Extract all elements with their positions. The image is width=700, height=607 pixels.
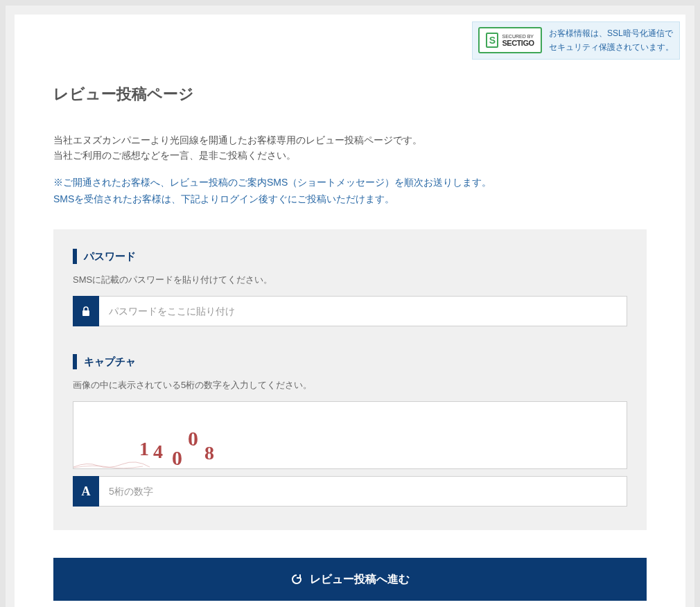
sectigo-text: SECURED BY SECTIGO [502, 34, 534, 48]
intro-line1: 当社エヌズカンパニーより光回線を開通したお客様専用のレビュー投稿ページです。 [53, 134, 422, 146]
sectigo-shield-icon: S [486, 33, 498, 48]
refresh-icon [290, 573, 303, 586]
captcha-digit-1: 1 [139, 438, 149, 460]
svg-rect-0 [82, 310, 89, 316]
captcha-image: 1 4 0 0 8 [73, 401, 627, 469]
password-input-group [73, 296, 627, 326]
notice-line1: ※ご開通されたお客様へ、レビュー投稿のご案内SMS（ショートメッセージ）を順次お… [53, 177, 491, 188]
captcha-label: キャプチャ [84, 355, 136, 369]
page-title: レビュー投稿ページ [53, 84, 647, 105]
notice-line2: SMSを受信されたお客様は、下記よりログイン後すぐにご投稿いただけます。 [53, 193, 394, 204]
captcha-digit-5: 8 [204, 442, 214, 464]
sectigo-secured-by: SECURED BY [502, 34, 534, 39]
sectigo-logo: S SECURED BY SECTIGO [478, 27, 542, 53]
intro-line2: 当社ご利用のご感想などを一言、是非ご投稿ください。 [53, 150, 296, 161]
captcha-digit-3: 0 [172, 446, 182, 469]
ssl-description: お客様情報は、SSL暗号化通信で セキュリティ保護されています。 [549, 26, 674, 55]
ssl-badge: S SECURED BY SECTIGO お客様情報は、SSL暗号化通信で セキ… [472, 21, 680, 60]
text-icon: A [73, 476, 99, 507]
password-input[interactable] [99, 296, 627, 326]
captcha-input[interactable] [99, 476, 627, 507]
captcha-digit-2: 4 [153, 441, 163, 463]
captcha-help: 画像の中に表示されている5桁の数字を入力してください。 [73, 379, 627, 392]
intro-text: 当社エヌズカンパニーより光回線を開通したお客様専用のレビュー投稿ページです。 当… [53, 132, 647, 164]
notice-text: ※ご開通されたお客様へ、レビュー投稿のご案内SMS（ショートメッセージ）を順次お… [53, 175, 647, 208]
captcha-input-group: A [73, 476, 627, 507]
page-wrapper: S SECURED BY SECTIGO お客様情報は、SSL暗号化通信で セキ… [6, 6, 694, 607]
content-area: レビュー投稿ページ 当社エヌズカンパニーより光回線を開通したお客様専用のレビュー… [15, 15, 685, 607]
captcha-digit-4: 0 [188, 427, 198, 450]
ssl-desc-line1: お客様情報は、SSL暗号化通信で [549, 28, 673, 38]
submit-button-label: レビュー投稿へ進む [310, 572, 410, 587]
password-label: パスワード [84, 250, 136, 263]
main-container: S SECURED BY SECTIGO お客様情報は、SSL暗号化通信で セキ… [15, 15, 685, 607]
ssl-desc-line2: セキュリティ保護されています。 [549, 42, 674, 52]
sectigo-brand: SECTIGO [502, 39, 534, 47]
section-bar-icon [73, 354, 77, 369]
section-bar-icon [73, 249, 77, 264]
captcha-section-header: キャプチャ [73, 354, 627, 369]
submit-button[interactable]: レビュー投稿へ進む [53, 558, 647, 601]
password-section-header: パスワード [73, 249, 627, 264]
lock-icon [73, 296, 99, 326]
password-help: SMSに記載のパスワードを貼り付けてください。 [73, 274, 627, 286]
login-form: パスワード SMSに記載のパスワードを貼り付けてください。 キャプチャ [53, 229, 647, 530]
